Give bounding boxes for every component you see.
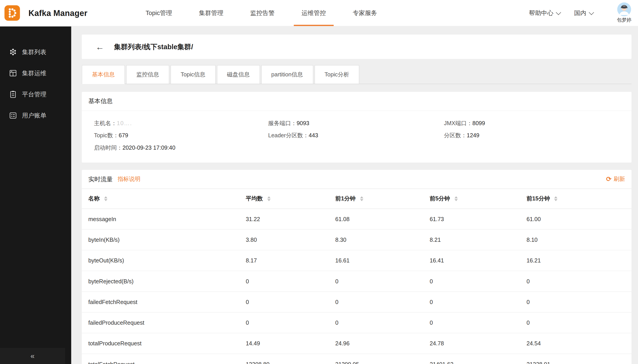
tab-basic-info[interactable]: 基本信息 xyxy=(82,65,125,84)
realtime-traffic-card: 实时流量 指标说明 ⟳ 刷新 名称 平均数 xyxy=(82,170,632,364)
help-center-menu[interactable]: 帮助中心 xyxy=(529,9,560,17)
metric-15min: 0 xyxy=(526,292,631,312)
metric-5min: 21401.62 xyxy=(430,354,526,364)
avatar xyxy=(617,2,631,16)
metric-5min: 24.78 xyxy=(430,333,526,354)
sidebar-item-label: 平台管理 xyxy=(22,90,47,98)
sidebar-item-label: 集群运维 xyxy=(22,69,47,77)
metric-1min: 0 xyxy=(335,312,430,333)
nav-expert-service[interactable]: 专家服务 xyxy=(345,0,385,26)
column-header-last-15min[interactable]: 前15分钟 xyxy=(526,189,631,209)
table-row: totalProduceRequest 14.49 24.96 24.78 24… xyxy=(82,333,632,354)
username: 包梦婷 xyxy=(617,17,631,24)
sort-carets-icon[interactable] xyxy=(104,196,107,201)
column-header-average[interactable]: 平均数 xyxy=(246,189,335,209)
metric-15min: 61.00 xyxy=(526,209,631,230)
sidebar-item-cluster-ops[interactable]: 集群运维 xyxy=(0,63,71,84)
sidebar-item-label: 用户账单 xyxy=(22,112,47,119)
field-start-time: 启动时间：2020-09-23 17:09:40 xyxy=(94,143,268,152)
sort-carets-icon[interactable] xyxy=(554,196,557,201)
metric-15min: 0 xyxy=(526,271,631,292)
metric-1min: 0 xyxy=(335,292,430,312)
tab-partition-info[interactable]: partition信息 xyxy=(261,65,313,84)
chevron-down-icon xyxy=(556,10,561,15)
back-arrow-icon[interactable]: ← xyxy=(96,42,104,51)
nav-cluster-management[interactable]: 集群管理 xyxy=(191,0,231,26)
metric-15min: 16.21 xyxy=(526,250,631,271)
main-content: ← 集群列表/线下stable集群/ 基本信息 监控信息 Topic信息 磁盘信… xyxy=(71,26,638,364)
table-row: totalFetchRequest 13308.80 21399.05 2140… xyxy=(82,354,632,364)
metric-1min: 24.96 xyxy=(335,333,430,354)
metric-5min: 16.41 xyxy=(430,250,526,271)
collapse-icon: « xyxy=(31,352,35,360)
sidebar-collapse-button[interactable]: « xyxy=(0,348,65,364)
field-label: 分区数： xyxy=(444,132,467,139)
field-label: 服务端口： xyxy=(268,120,297,126)
column-header-last-1min[interactable]: 前1分钟 xyxy=(335,189,430,209)
sort-carets-icon[interactable] xyxy=(360,196,363,201)
sidebar-item-platform-management[interactable]: 平台管理 xyxy=(0,84,71,105)
table-row: failedFetchRequest 0 0 0 0 xyxy=(82,292,632,312)
column-label: 平均数 xyxy=(246,195,263,202)
realtime-card-title: 实时流量 xyxy=(88,175,113,183)
basic-info-card-title: 基本信息 xyxy=(82,92,632,111)
metric-avg: 13308.80 xyxy=(246,354,335,364)
basic-info-card: 基本信息 主机名：10…. 服务端口：9093 JMX端口：8099 Topic… xyxy=(82,92,632,163)
table-row: byteOut(KB/s) 8.17 16.61 16.41 16.21 xyxy=(82,250,632,271)
tab-topic-info[interactable]: Topic信息 xyxy=(170,65,216,84)
header-right: 帮助中心 国内 包梦婷 xyxy=(529,2,638,24)
field-value: 10…. xyxy=(117,120,132,126)
list-icon xyxy=(9,112,17,120)
column-header-last-5min[interactable]: 前5分钟 xyxy=(430,189,526,209)
metric-15min: 8.10 xyxy=(526,230,631,250)
sort-carets-icon[interactable] xyxy=(455,196,458,201)
app-logo-icon[interactable] xyxy=(4,5,20,21)
field-jmx-port: JMX端口：8099 xyxy=(444,119,625,128)
chevron-down-icon xyxy=(589,10,594,15)
metric-1min: 0 xyxy=(335,271,430,292)
field-value: 9093 xyxy=(297,120,309,126)
table-row: byteRejected(B/s) 0 0 0 0 xyxy=(82,271,632,292)
sort-carets-icon[interactable] xyxy=(267,196,270,201)
field-label: Topic数： xyxy=(94,132,119,139)
metric-explain-link[interactable]: 指标说明 xyxy=(118,176,140,183)
metric-name: byteRejected(B/s) xyxy=(82,271,246,292)
tab-monitor-info[interactable]: 监控信息 xyxy=(126,65,169,84)
metric-name: failedFetchRequest xyxy=(82,292,246,312)
grid-panel-icon xyxy=(9,69,17,77)
tab-topic-analysis[interactable]: Topic分析 xyxy=(314,65,359,84)
field-partition-count: 分区数：1249 xyxy=(444,131,625,140)
field-topic-count: Topic数：679 xyxy=(94,131,268,140)
column-header-name[interactable]: 名称 xyxy=(82,189,246,209)
field-service-port: 服务端口：9093 xyxy=(268,119,444,128)
refresh-button[interactable]: ⟳ 刷新 xyxy=(606,176,625,183)
sidebar-item-user-bill[interactable]: 用户账单 xyxy=(0,105,71,126)
metric-1min: 8.30 xyxy=(335,230,430,250)
metric-15min: 21228.01 xyxy=(526,354,631,364)
nav-ops-control[interactable]: 运维管控 xyxy=(294,0,334,26)
top-header: Kafka Manager Topic管理 集群管理 监控告警 运维管控 专家服… xyxy=(0,0,638,26)
user-profile[interactable]: 包梦婷 xyxy=(617,2,631,24)
nav-monitor-alert[interactable]: 监控告警 xyxy=(243,0,282,26)
sidebar-item-cluster-list[interactable]: 集群列表 xyxy=(0,41,71,62)
field-label: 启动时间： xyxy=(94,144,123,151)
basic-info-fields: 主机名：10…. 服务端口：9093 JMX端口：8099 Topic数：679… xyxy=(82,111,632,163)
nav-topic-management[interactable]: Topic管理 xyxy=(138,0,180,26)
refresh-icon: ⟳ xyxy=(606,176,611,182)
tab-bar: 基本信息 监控信息 Topic信息 磁盘信息 partition信息 Topic… xyxy=(82,65,632,84)
region-selector[interactable]: 国内 xyxy=(574,9,593,17)
field-value: 8099 xyxy=(472,120,485,126)
column-label: 前5分钟 xyxy=(430,195,450,202)
metric-avg: 3.80 xyxy=(246,230,335,250)
metric-15min: 0 xyxy=(526,312,631,333)
metric-5min: 0 xyxy=(430,271,526,292)
field-leader-partition-count: Leader分区数：443 xyxy=(268,131,444,140)
field-value: 2020-09-23 17:09:40 xyxy=(122,144,175,151)
metric-avg: 14.49 xyxy=(246,333,335,354)
column-label: 前15分钟 xyxy=(526,195,550,202)
metric-avg: 8.17 xyxy=(246,250,335,271)
metric-avg: 0 xyxy=(246,271,335,292)
metric-5min: 0 xyxy=(430,292,526,312)
metric-avg: 0 xyxy=(246,292,335,312)
tab-disk-info[interactable]: 磁盘信息 xyxy=(217,65,260,84)
